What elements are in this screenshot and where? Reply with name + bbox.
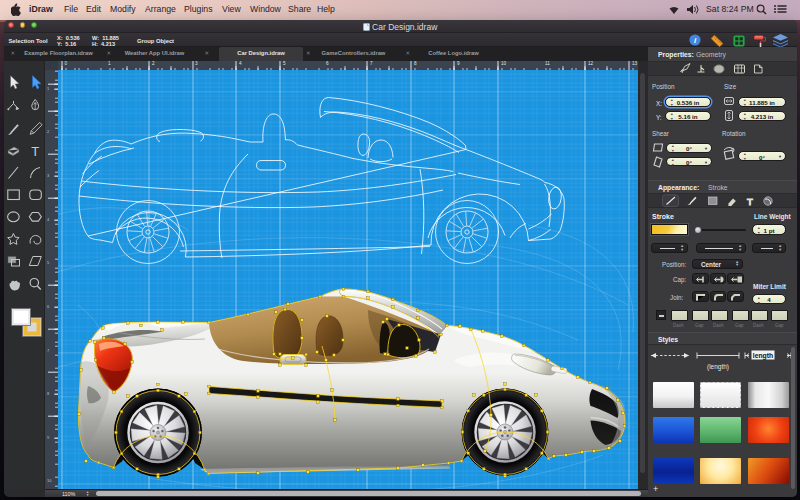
svg-text:T: T xyxy=(747,196,753,207)
svg-text:length: length xyxy=(753,352,773,360)
svg-text:T: T xyxy=(31,144,39,159)
svg-text:(length): (length) xyxy=(707,363,729,371)
